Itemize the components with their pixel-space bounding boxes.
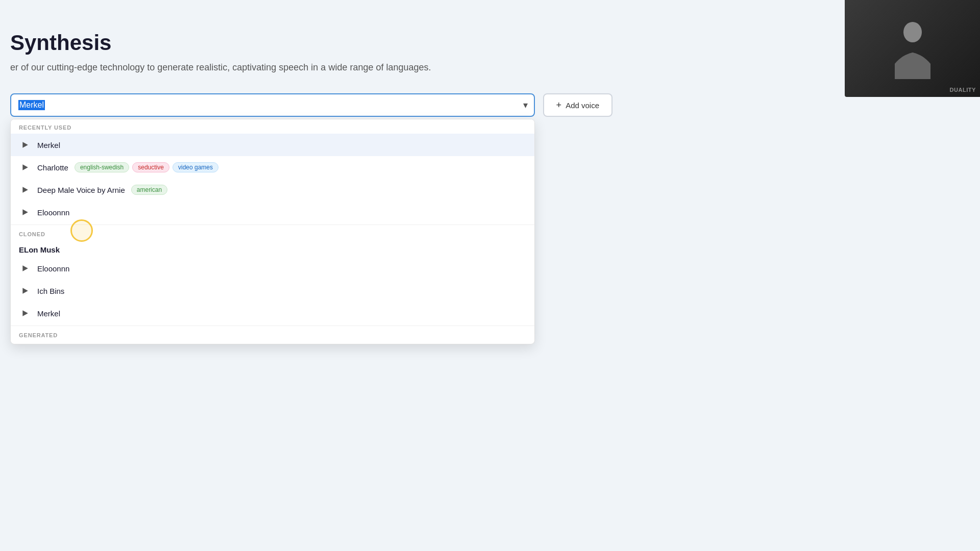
voice-name-deep-male: Deep Male Voice by Arnie [37, 186, 125, 194]
voice-name-ich-bins: Ich Bins [37, 287, 64, 295]
play-button-charlotte[interactable] [19, 161, 31, 173]
tag-american: american [131, 185, 167, 195]
svg-marker-3 [22, 187, 28, 193]
voice-item-charlotte[interactable]: Charlotte english-swedish seductive vide… [11, 156, 534, 179]
voice-name-elooonnn-cloned: Elooonnn [37, 264, 69, 273]
voice-item-elooonnn-recent[interactable]: Elooonnn [11, 201, 534, 223]
voice-item-ich-bins[interactable]: Ich Bins [11, 280, 534, 302]
voice-name-merkel-cloned: Merkel [37, 309, 60, 318]
svg-marker-4 [22, 209, 28, 215]
play-button-elooonnn-recent[interactable] [19, 206, 31, 218]
divider-cloned [11, 224, 534, 225]
webcam-watermark: DUALITY [949, 87, 976, 93]
play-button-ich-bins[interactable] [19, 285, 31, 297]
svg-marker-6 [22, 288, 28, 294]
play-button-merkel-cloned[interactable] [19, 307, 31, 319]
voice-item-elooonnn-cloned[interactable]: Elooonnn [11, 257, 534, 280]
play-button-deep-male[interactable] [19, 184, 31, 196]
voice-item-merkel-recent[interactable]: Merkel [11, 134, 534, 156]
tag-video-games: video games [173, 162, 218, 172]
tag-english-swedish: english-swedish [75, 162, 129, 172]
tag-seductive: seductive [132, 162, 169, 172]
generated-spacer [11, 341, 534, 344]
svg-marker-5 [22, 265, 28, 271]
dropdown-scroll-area[interactable]: RECENTLY USED Merkel Charlotte [11, 119, 534, 344]
voice-search-input[interactable] [10, 93, 535, 117]
voice-item-deep-male[interactable]: Deep Male Voice by Arnie american [11, 179, 534, 201]
divider-generated [11, 325, 534, 326]
voice-dropdown-wrapper: Merkel ▾ RECENTLY USED Merkel [10, 93, 535, 117]
recently-used-label: RECENTLY USED [11, 119, 534, 134]
add-voice-label: Add voice [566, 101, 599, 110]
svg-marker-2 [22, 164, 28, 170]
main-content: Synthesis er of our cutting-edge technol… [0, 0, 612, 117]
add-voice-button[interactable]: + Add voice [543, 93, 612, 117]
generated-label: GENERATED [11, 327, 534, 341]
webcam-overlay: DUALITY [845, 0, 980, 97]
voice-name-elooonnn-recent: Elooonnn [37, 208, 69, 217]
svg-point-0 [903, 22, 922, 42]
voice-name-merkel-recent: Merkel [37, 141, 60, 149]
voice-dropdown-panel: RECENTLY USED Merkel Charlotte [10, 119, 535, 344]
svg-marker-1 [22, 142, 28, 148]
play-button-elooonnn-cloned[interactable] [19, 262, 31, 274]
deep-male-tags: american [131, 185, 167, 195]
svg-marker-7 [22, 310, 28, 316]
voice-name-charlotte: Charlotte [37, 163, 68, 172]
page-subtitle: er of our cutting-edge technology to gen… [10, 62, 612, 73]
elon-musk-header: ELon Musk [11, 240, 534, 257]
voice-input-container: Merkel ▾ [10, 93, 535, 117]
charlotte-tags: english-swedish seductive video games [75, 162, 218, 172]
webcam-feed [845, 0, 980, 97]
add-icon: + [556, 101, 562, 110]
voice-item-merkel-cloned[interactable]: Merkel [11, 302, 534, 324]
page-title: Synthesis [10, 31, 612, 55]
elon-musk-name: ELon Musk [19, 245, 60, 254]
voice-selector-row: Merkel ▾ RECENTLY USED Merkel [10, 93, 612, 117]
play-button-merkel-recent[interactable] [19, 139, 31, 151]
cloned-label: CLONED [11, 226, 534, 240]
